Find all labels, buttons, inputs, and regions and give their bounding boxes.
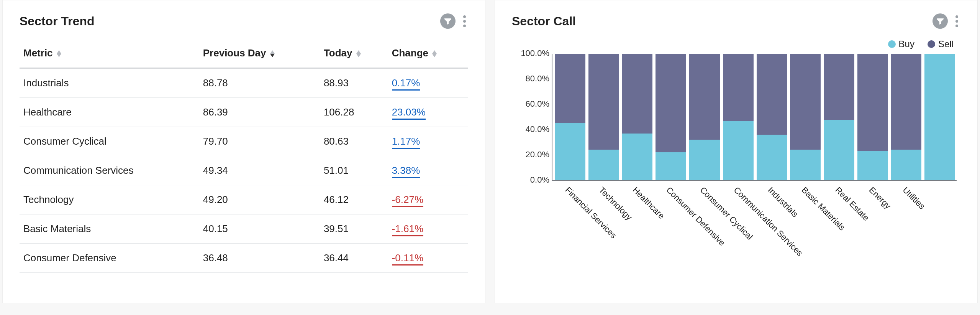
column-header-label: Today [324, 47, 352, 59]
cell-change: 1.17% [388, 127, 468, 156]
bar[interactable] [688, 54, 721, 180]
bar[interactable] [654, 54, 688, 180]
more-menu-button[interactable] [461, 14, 468, 29]
cell-previous: 88.78 [199, 68, 320, 98]
cell-previous: 49.20 [199, 185, 320, 214]
sector-trend-card: Sector Trend MetricPrevious DayTodayChan… [2, 0, 485, 303]
column-header-label: Previous Day [203, 47, 266, 59]
legend-item-sell[interactable]: Sell [928, 39, 954, 49]
cell-previous: 36.48 [199, 244, 320, 273]
bar-segment-buy [924, 54, 955, 180]
table-row: Consumer Defensive36.4836.44-0.11% [20, 244, 468, 273]
bar-segment-buy [588, 150, 619, 180]
cell-today: 51.01 [320, 156, 388, 185]
bar[interactable] [788, 54, 822, 180]
cell-metric: Basic Materials [20, 214, 199, 244]
bar-segment-buy [824, 120, 854, 180]
legend-label: Buy [899, 39, 914, 49]
bar-segment-buy [723, 121, 754, 180]
sort-arrows-icon [432, 50, 437, 57]
filter-button[interactable] [932, 13, 948, 29]
sort-arrows-icon [57, 50, 61, 57]
cell-previous: 86.39 [199, 98, 320, 127]
bar-segment-sell [857, 54, 888, 151]
bar-segment-sell [891, 54, 922, 150]
bar-segment-sell [723, 54, 754, 121]
cell-change: 0.17% [388, 68, 468, 98]
cell-metric: Consumer Cyclical [20, 127, 199, 156]
sector-trend-table: MetricPrevious DayTodayChange Industrial… [20, 39, 468, 273]
bar[interactable] [721, 54, 755, 180]
bar-segment-sell [824, 54, 854, 120]
bar-segment-buy [555, 123, 585, 180]
column-header[interactable]: Metric [20, 39, 199, 68]
bar[interactable] [553, 54, 587, 180]
bar-segment-sell [622, 54, 653, 134]
table-row: Consumer Cyclical79.7080.631.17% [20, 127, 468, 156]
chart-plot-area: 0.0%20.0%40.0%60.0%80.0%100.0% [552, 54, 957, 181]
change-link[interactable]: 23.03% [392, 106, 426, 120]
bar-segment-buy [622, 134, 653, 180]
svg-marker-4 [356, 50, 361, 54]
sector-call-card: Sector Call Buy Sell [495, 0, 978, 303]
cell-today: 46.12 [320, 185, 388, 214]
card-actions [932, 13, 960, 29]
bar-segment-sell [588, 54, 619, 150]
change-link[interactable]: -1.61% [392, 223, 423, 236]
cell-change: -6.27% [388, 185, 468, 214]
change-link[interactable]: -0.11% [392, 252, 423, 266]
cell-metric: Healthcare [20, 98, 199, 127]
svg-marker-7 [432, 54, 437, 57]
bar[interactable] [923, 54, 957, 180]
bar[interactable] [890, 54, 923, 180]
svg-marker-1 [57, 54, 61, 57]
column-header-label: Metric [23, 47, 53, 59]
table-row: Healthcare86.39106.2823.03% [20, 98, 468, 127]
cell-previous: 49.34 [199, 156, 320, 185]
table-row: Industrials88.7888.930.17% [20, 68, 468, 98]
bar[interactable] [822, 54, 856, 180]
change-link[interactable]: 3.38% [392, 165, 420, 178]
bar[interactable] [621, 54, 654, 180]
cell-today: 36.44 [320, 244, 388, 273]
y-tick-label: 100.0% [513, 48, 549, 58]
cell-change: -0.11% [388, 244, 468, 273]
bar[interactable] [856, 54, 890, 180]
legend-item-buy[interactable]: Buy [888, 39, 914, 49]
change-link[interactable]: -6.27% [392, 194, 423, 207]
cell-today: 88.93 [320, 68, 388, 98]
column-header[interactable]: Change [388, 39, 468, 68]
svg-marker-0 [57, 50, 61, 54]
cell-metric: Communication Services [20, 156, 199, 185]
svg-marker-2 [270, 50, 275, 54]
cell-change: 23.03% [388, 98, 468, 127]
cell-change: 3.38% [388, 156, 468, 185]
cell-metric: Consumer Defensive [20, 244, 199, 273]
cell-change: -1.61% [388, 214, 468, 244]
bar-segment-buy [857, 151, 888, 180]
bar[interactable] [587, 54, 621, 180]
change-link[interactable]: 0.17% [392, 77, 420, 91]
bar[interactable] [755, 54, 789, 180]
card-header: Sector Call [512, 13, 960, 29]
bar-segment-sell [656, 54, 686, 152]
y-tick-label: 20.0% [513, 150, 549, 160]
svg-marker-3 [270, 54, 275, 57]
column-header[interactable]: Today [320, 39, 388, 68]
card-title: Sector Call [512, 14, 576, 28]
filter-button[interactable] [440, 13, 456, 29]
bar-segment-buy [891, 150, 922, 180]
cell-today: 39.51 [320, 214, 388, 244]
filter-icon [443, 16, 452, 26]
y-tick-label: 40.0% [513, 124, 549, 134]
table-row: Technology49.2046.12-6.27% [20, 185, 468, 214]
swatch-sell-icon [928, 40, 935, 48]
cell-previous: 40.15 [199, 214, 320, 244]
svg-marker-6 [432, 50, 437, 54]
column-header[interactable]: Previous Day [199, 39, 320, 68]
bar-segment-buy [656, 152, 686, 180]
bar-segment-sell [790, 54, 821, 150]
more-menu-button[interactable] [953, 14, 960, 29]
change-link[interactable]: 1.17% [392, 135, 420, 149]
svg-marker-5 [356, 54, 361, 57]
